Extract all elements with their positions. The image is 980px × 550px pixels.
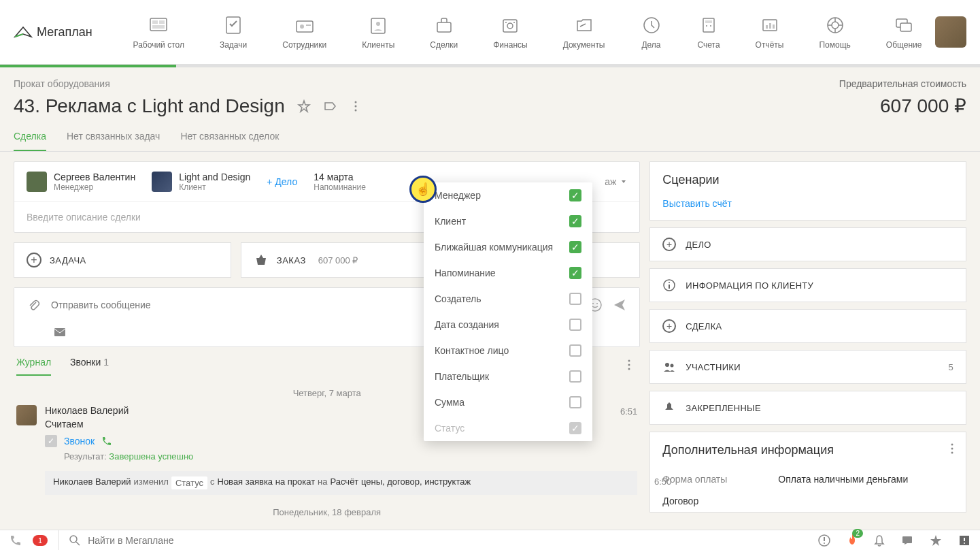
svg-rect-0 <box>150 18 167 31</box>
fire-badge: 2 <box>852 529 863 538</box>
chevron-down-icon[interactable] <box>620 178 627 185</box>
svg-point-45 <box>951 452 953 454</box>
nav-bills[interactable]: Счета <box>698 14 720 50</box>
nav-clients[interactable]: Клиенты <box>362 14 394 50</box>
alert-icon[interactable] <box>818 534 830 547</box>
nav-tasks[interactable]: Задачи <box>220 14 247 50</box>
svg-point-9 <box>376 22 380 26</box>
svg-point-33 <box>596 303 598 304</box>
global-search[interactable] <box>58 530 807 550</box>
nav-chat[interactable]: Общение <box>886 14 922 50</box>
svg-point-32 <box>592 303 594 304</box>
logo[interactable]: Мегаплан <box>14 25 92 39</box>
svg-rect-52 <box>964 538 965 541</box>
svg-point-19 <box>710 25 711 27</box>
journal-more-icon[interactable] <box>628 359 637 373</box>
svg-rect-34 <box>54 328 65 336</box>
logo-text: Мегаплан <box>37 25 92 39</box>
nav-help[interactable]: Помощь <box>819 14 850 50</box>
more-vertical-icon[interactable] <box>349 99 362 113</box>
nav-documents[interactable]: Документы <box>563 14 605 50</box>
svg-rect-1 <box>152 20 158 24</box>
dd-reminder[interactable]: Напоминание✓ <box>424 260 592 286</box>
nav-employees[interactable]: Сотрудники <box>282 14 326 50</box>
side-client-info[interactable]: ИНФОРМАЦИЯ ПО КЛИЕНТУ <box>649 268 966 302</box>
dd-created[interactable]: Дата создания <box>424 312 592 338</box>
breadcrumb[interactable]: Прокат оборудования <box>14 78 110 89</box>
cursor-indicator: ☝ <box>409 176 437 203</box>
svg-rect-27 <box>900 23 911 31</box>
svg-point-35 <box>628 360 630 362</box>
checkbox-off-icon <box>569 370 581 383</box>
checkbox-on-icon: ✓ <box>569 215 581 227</box>
side-deal[interactable]: + СДЕЛКА <box>649 309 966 343</box>
star-icon[interactable] <box>930 534 942 547</box>
reminder-label: Напоминание <box>314 182 366 192</box>
svg-point-44 <box>951 448 953 450</box>
tab-journal[interactable]: Журнал <box>16 357 51 376</box>
side-pinned[interactable]: ЗАКРЕПЛЕННЫЕ <box>649 391 966 425</box>
user-avatar[interactable] <box>935 16 966 48</box>
svg-point-41 <box>665 363 669 367</box>
dd-manager[interactable]: Менеджер✓ <box>424 182 592 208</box>
client-avatar <box>152 172 172 192</box>
side-case[interactable]: + ДЕЛО <box>649 227 966 261</box>
bell-icon[interactable] <box>874 534 885 547</box>
plus-icon: + <box>27 253 41 268</box>
dd-creator[interactable]: Создатель <box>424 286 592 312</box>
tab-no-tasks[interactable]: Нет связанных задач <box>67 131 160 151</box>
phone-icon <box>101 436 112 447</box>
svg-point-46 <box>70 536 77 543</box>
tab-no-deals[interactable]: Нет связанных сделок <box>180 131 279 151</box>
call-link[interactable]: Звонок <box>64 436 95 447</box>
svg-point-13 <box>505 22 507 23</box>
svg-point-14 <box>513 22 515 23</box>
svg-rect-40 <box>669 285 670 289</box>
star-icon[interactable] <box>297 99 311 113</box>
dd-communication[interactable]: Ближайшая коммуникация✓ <box>424 234 592 260</box>
phone-badge: 1 <box>33 535 48 546</box>
search-input[interactable] <box>88 535 807 546</box>
svg-point-37 <box>628 368 630 370</box>
message-icon[interactable] <box>901 535 913 546</box>
attachment-icon[interactable] <box>27 298 40 312</box>
manager-role: Менеджер <box>54 182 135 192</box>
top-navigation: Мегаплан Рабочий стол Задачи Сотрудники … <box>0 0 980 65</box>
fire-icon[interactable]: 2 <box>847 533 858 548</box>
dd-contact[interactable]: Контактное лицо <box>424 338 592 363</box>
phone-icon[interactable] <box>10 534 22 547</box>
invoice-link[interactable]: Выставить счёт <box>650 198 966 220</box>
dd-client[interactable]: Клиент✓ <box>424 208 592 234</box>
more-vertical-icon[interactable] <box>951 443 953 457</box>
plus-icon: + <box>662 319 676 333</box>
pin-icon <box>662 401 676 415</box>
people-icon <box>662 360 676 374</box>
dd-sum[interactable]: Сумма <box>424 389 592 415</box>
tab-calls[interactable]: Звонки1 <box>70 357 109 376</box>
add-task-button[interactable]: + ЗАДАЧА <box>14 242 231 278</box>
progress-bar <box>0 65 980 67</box>
bottom-bar: 1 2 <box>0 530 980 550</box>
cost-label: Предварительная стоимость <box>839 78 966 89</box>
svg-point-12 <box>507 23 513 29</box>
send-icon[interactable] <box>612 297 627 312</box>
nav-finances[interactable]: Финансы <box>493 14 527 50</box>
manager-block[interactable]: Сергеев Валентин Менеджер <box>27 172 135 192</box>
nav-reports[interactable]: Отчёты <box>756 14 784 50</box>
dd-payer[interactable]: Плательщик <box>424 363 592 389</box>
checkbox-off-icon <box>569 344 581 357</box>
side-participants[interactable]: УЧАСТНИКИ 5 <box>649 350 966 384</box>
client-block[interactable]: Light and Design Клиент <box>152 172 250 192</box>
tag-icon[interactable] <box>323 99 337 113</box>
mail-icon[interactable] <box>54 327 66 337</box>
svg-rect-23 <box>773 25 775 29</box>
nav-deals[interactable]: Сделки <box>430 14 458 50</box>
warning-icon[interactable] <box>958 534 970 547</box>
tab-deal[interactable]: Сделка <box>14 131 46 151</box>
nav-cases[interactable]: Дела <box>641 14 662 50</box>
add-case-button[interactable]: + Дело <box>267 176 297 187</box>
svg-rect-21 <box>766 25 768 29</box>
nav-desktop[interactable]: Рабочий стол <box>133 14 184 50</box>
svg-rect-50 <box>902 536 912 543</box>
column-settings-dropdown: Менеджер✓ Клиент✓ Ближайшая коммуникация… <box>424 182 592 441</box>
